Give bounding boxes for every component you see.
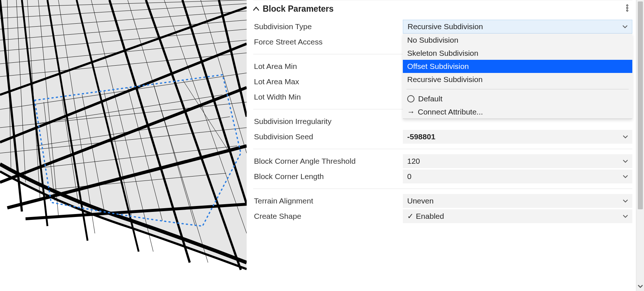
label-block-corner-angle-threshold: Block Corner Angle Threshold — [253, 157, 403, 166]
chevron-down-icon — [623, 134, 628, 140]
chevron-down-icon — [623, 198, 628, 204]
chevron-down-icon — [623, 213, 628, 219]
inspector-panel: Block Parameters Subdivision Type Recurs… — [247, 0, 644, 291]
value-create-shape: ✓ Enabled — [407, 212, 444, 221]
field-block-corner-length[interactable]: 0 — [403, 170, 632, 183]
label-subdivision-irregularity: Subdivision Irregularity — [253, 117, 403, 126]
scrollbar-down-arrow-icon[interactable] — [636, 282, 644, 291]
field-terrain-alignment[interactable]: Uneven — [403, 194, 632, 208]
label-subdivision-seed: Subdivision Seed — [253, 132, 403, 141]
svg-point-46 — [626, 10, 628, 11]
value-terrain-alignment: Uneven — [407, 197, 433, 205]
divider — [253, 149, 632, 149]
city-wireframe — [0, 0, 247, 291]
dropdown-option-skeleton-subdivision[interactable]: Skeleton Subdivision — [403, 47, 632, 60]
chevron-down-icon — [623, 158, 628, 164]
radio-icon — [407, 95, 414, 102]
svg-point-44 — [626, 5, 628, 6]
dropdown-connect-attribute[interactable]: → Connect Attribute... — [403, 105, 632, 119]
value-block-corner-angle-threshold: 120 — [407, 157, 420, 166]
label-block-corner-length: Block Corner Length — [253, 172, 403, 181]
scrollbar-thumb[interactable] — [638, 1, 643, 209]
chevron-up-icon — [253, 5, 263, 13]
value-block-corner-length: 0 — [407, 172, 412, 181]
dropdown-option-recursive-subdivision[interactable]: Recursive Subdivision — [403, 73, 632, 86]
value-subdivision-type: Recursive Subdivision — [408, 22, 483, 31]
dropdown-option-no-subdivision[interactable]: No Subdivision — [403, 34, 632, 47]
viewport-3d[interactable] — [0, 0, 247, 291]
chevron-down-icon — [623, 174, 628, 179]
section-header-block-parameters[interactable]: Block Parameters — [253, 0, 632, 19]
label-lot-area-min: Lot Area Min — [253, 62, 403, 71]
arrow-right-icon: → — [407, 108, 415, 116]
subdivision-type-dropdown: No Subdivision Skeleton Subdivision Offs… — [403, 34, 632, 119]
dropdown-option-offset-subdivision[interactable]: Offset Subdivision — [403, 60, 632, 73]
more-menu-icon[interactable] — [626, 4, 629, 13]
dropdown-default[interactable]: Default — [403, 92, 632, 105]
label-lot-area-max: Lot Area Max — [253, 77, 403, 86]
value-subdivision-seed: -598801 — [407, 132, 435, 141]
svg-point-45 — [626, 7, 628, 9]
field-subdivision-type[interactable]: Recursive Subdivision — [403, 20, 632, 34]
label-create-shape: Create Shape — [253, 212, 403, 221]
section-title: Block Parameters — [263, 4, 333, 14]
label-subdivision-type: Subdivision Type — [253, 22, 403, 31]
chevron-down-icon — [622, 24, 628, 30]
divider — [253, 189, 632, 189]
field-subdivision-seed[interactable]: -598801 — [403, 130, 632, 144]
label-force-street-access: Force Street Access — [253, 38, 403, 46]
scrollbar[interactable] — [636, 0, 644, 291]
dropdown-separator — [406, 89, 629, 89]
field-block-corner-angle-threshold[interactable]: 120 — [403, 154, 632, 168]
label-lot-width-min: Lot Width Min — [253, 93, 403, 101]
field-create-shape[interactable]: ✓ Enabled — [403, 209, 632, 223]
label-terrain-alignment: Terrain Alignment — [253, 197, 403, 205]
